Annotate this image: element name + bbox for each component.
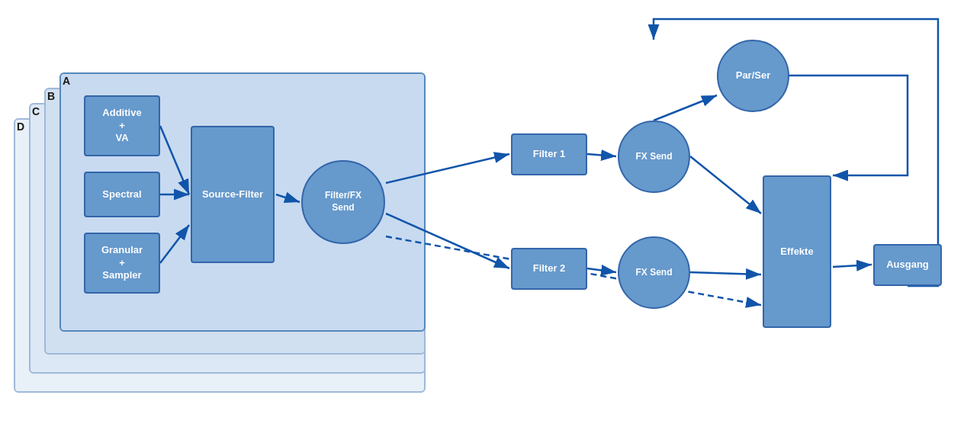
svg-line-10: [690, 156, 761, 214]
label-b: B: [47, 90, 55, 102]
label-c: C: [32, 105, 40, 117]
diagram-container: A B C D: [0, 0, 980, 424]
label-d: D: [17, 120, 24, 133]
label-a: A: [63, 75, 70, 87]
block-source-filter: Source-Filter: [191, 126, 275, 263]
block-effekte: Effekte: [763, 175, 831, 328]
block-filter1: Filter 1: [511, 133, 587, 175]
svg-line-8: [587, 154, 616, 156]
svg-line-11: [690, 272, 761, 275]
block-filter2: Filter 2: [511, 248, 587, 290]
circle-fxsend1: FX Send: [618, 120, 690, 193]
block-spectral: Spectral: [84, 172, 160, 217]
circle-parser: Par/Ser: [717, 40, 789, 112]
circle-filter-fx-send: Filter/FX Send: [301, 160, 385, 244]
svg-line-9: [587, 268, 616, 272]
svg-line-13: [833, 265, 872, 267]
block-granular-sampler: Granular + Sampler: [84, 233, 160, 294]
block-additive-va: Additive + VA: [84, 95, 160, 156]
block-ausgang: Ausgang: [873, 244, 942, 286]
circle-fxsend2: FX Send: [618, 236, 690, 309]
svg-line-12: [654, 95, 717, 120]
